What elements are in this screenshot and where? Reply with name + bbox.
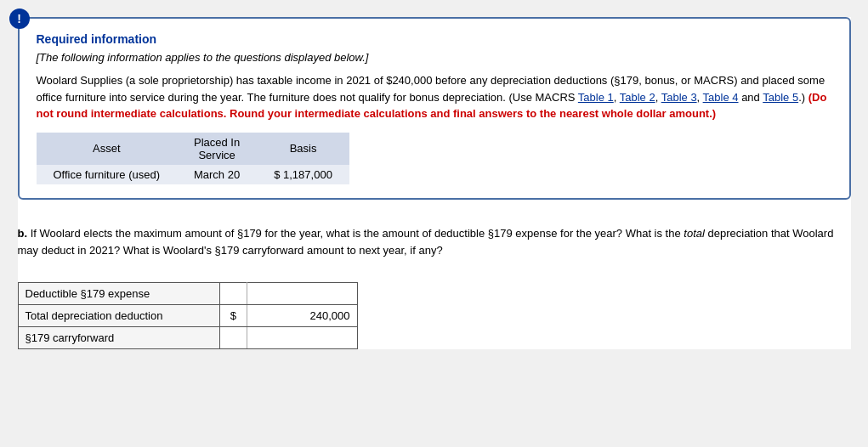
col-header-basis: Basis xyxy=(257,133,349,165)
asset-name: Office furniture (used) xyxy=(37,165,177,184)
table5-link[interactable]: Table 5 xyxy=(763,91,798,104)
info-box: ! Required information [The following in… xyxy=(18,17,851,200)
italic-subheading: [The following information applies to th… xyxy=(37,51,832,64)
total-italic: total xyxy=(684,227,705,240)
table2-link[interactable]: Table 2 xyxy=(620,91,655,104)
table3-link[interactable]: Table 3 xyxy=(661,91,697,104)
main-container: ! Required information [The following in… xyxy=(18,17,851,349)
row2-dollar: $ xyxy=(219,305,247,327)
body-text: Woolard Supplies (a sole proprietorship)… xyxy=(37,72,832,122)
row1-input[interactable] xyxy=(254,287,349,300)
asset-row-1: Office furniture (used) March 20 $ 1,187… xyxy=(37,165,349,184)
asset-basis: $ 1,187,000 xyxy=(257,165,349,184)
row2-input[interactable] xyxy=(254,309,349,322)
row2-value[interactable] xyxy=(247,305,357,327)
col-header-placed: Placed InService xyxy=(177,133,257,165)
row3-dollar xyxy=(219,327,247,349)
answer-row-2: Total depreciation deduction $ xyxy=(18,305,357,327)
answer-table: Deductible §179 expense Total depreciati… xyxy=(18,282,358,349)
row3-label: §179 carryforward xyxy=(18,327,219,349)
table4-link[interactable]: Table 4 xyxy=(703,91,739,104)
required-info-title: Required information xyxy=(37,32,832,46)
row1-dollar xyxy=(219,283,247,305)
asset-table: Asset Placed InService Basis Office furn… xyxy=(37,133,349,184)
section-b-label: b. xyxy=(18,227,28,240)
table1-link[interactable]: Table 1 xyxy=(578,91,614,104)
row3-input[interactable] xyxy=(254,331,349,344)
row1-label: Deductible §179 expense xyxy=(18,283,219,305)
section-b: b. If Woolard elects the maximum amount … xyxy=(18,217,851,269)
row2-label: Total depreciation deduction xyxy=(18,305,219,327)
alert-icon: ! xyxy=(9,8,30,29)
asset-placed-date: March 20 xyxy=(177,165,257,184)
answer-row-1: Deductible §179 expense xyxy=(18,283,357,305)
answer-row-3: §179 carryforward xyxy=(18,327,357,349)
row3-value[interactable] xyxy=(247,327,357,349)
col-header-asset: Asset xyxy=(37,133,177,165)
row1-value[interactable] xyxy=(247,283,357,305)
